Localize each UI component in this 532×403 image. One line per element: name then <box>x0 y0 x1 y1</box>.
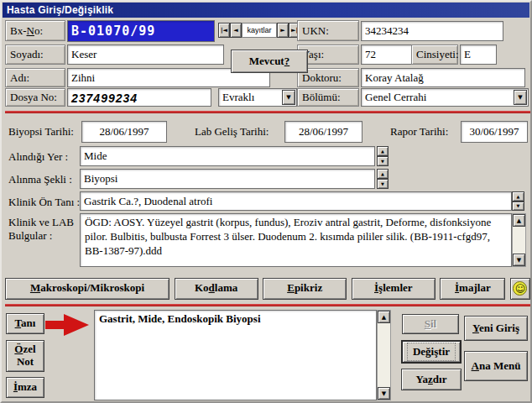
dosya-no-label: Dosya No: <box>5 88 65 107</box>
spinner-down-button[interactable]: ▼ <box>377 156 389 166</box>
doktoru-input[interactable] <box>361 68 525 87</box>
scroll-down-button[interactable]: ▼ <box>513 254 525 266</box>
soyadi-input[interactable] <box>67 44 224 65</box>
alindigi-yer-spinner: ▲ ▼ <box>377 146 389 166</box>
alinma-sekli-input[interactable] <box>80 169 375 189</box>
kodlama-button[interactable]: Kodlama <box>175 278 258 300</box>
imza-button[interactable]: İmza <box>6 377 44 398</box>
spinner-up-button[interactable]: ▲ <box>512 191 524 202</box>
red-separator-bottom <box>5 304 530 306</box>
yazdir-button[interactable]: Yazdır <box>401 369 462 390</box>
nav-next-icon: ► <box>280 27 284 34</box>
alindigi-yer-input[interactable] <box>80 146 375 166</box>
scrollbar-track[interactable] <box>513 227 525 254</box>
nav-next-button[interactable]: ► <box>277 23 289 38</box>
tani-scrollbar[interactable]: ▲ ▼ <box>377 310 391 400</box>
spinner-up-button[interactable]: ▲ <box>377 146 389 156</box>
scroll-down-button[interactable]: ▼ <box>378 387 390 400</box>
spinner-down-button[interactable]: ▼ <box>512 202 524 212</box>
title-bar[interactable]: Hasta Giriş/Değişiklik <box>3 3 529 18</box>
degistir-button[interactable]: Değiştir <box>401 340 462 364</box>
mevcut-button[interactable]: Mevcut? <box>231 50 308 73</box>
bolumu-label: Bölümü: <box>297 88 359 107</box>
cinsiyeti-input[interactable] <box>460 44 497 65</box>
makroskopi-mikroskopi-button[interactable]: Makroskopi/Mikroskopi <box>5 278 170 300</box>
biyopsi-tarihi-label: Biyopsi Tarihi: <box>8 125 74 139</box>
spinner-down-button[interactable]: ▼ <box>377 179 389 189</box>
evrak-dropdown[interactable]: Evraklı ▼ <box>218 88 297 107</box>
dosya-no-input[interactable]: 237499234 <box>67 88 211 107</box>
record-nav: |◄ ◄ kayıtlar ► ►| <box>218 23 300 38</box>
biyopsi-tarihi-input[interactable] <box>81 121 167 143</box>
klinik-on-tani-spinner: ▲ ▼ <box>512 191 524 211</box>
spinner-up-button[interactable]: ▲ <box>377 169 389 179</box>
bulgular-label: Klinik ve LAB Bulgular : <box>8 216 74 243</box>
bx-no-input[interactable]: B-01070/99 <box>67 20 215 42</box>
rapor-tarihi-label: Rapor Tarihi: <box>390 125 448 139</box>
islemler-button[interactable]: İşlemler <box>352 278 436 300</box>
soyadi-label: Soyadı: <box>5 44 65 65</box>
nav-prev-button[interactable]: ◄ <box>230 23 242 38</box>
yasi-input[interactable] <box>361 44 418 65</box>
nav-records-indicator: kayıtlar <box>242 23 277 38</box>
yeni-giris-button[interactable]: Yeni Giriş <box>464 316 528 341</box>
red-separator-top <box>5 111 530 113</box>
tani-button[interactable]: Tanı <box>6 313 44 334</box>
tani-arrow-icon <box>45 314 91 336</box>
alinma-sekli-spinner: ▲ ▼ <box>377 169 389 189</box>
alinma-sekli-label: Alınma Şekli : <box>8 173 72 186</box>
smiley-icon: ☺ <box>513 281 527 296</box>
bx-no-label: Bx-No: <box>5 20 65 41</box>
nav-first-button[interactable]: |◄ <box>218 23 230 38</box>
sil-button: Sil <box>402 314 459 334</box>
dropdown-arrow-icon[interactable]: ▼ <box>514 90 527 105</box>
window: Hasta Giriş/Değişiklik Bx-No: B-01070/99… <box>0 0 532 403</box>
ukn-input[interactable] <box>361 21 503 41</box>
adi-label: Adı: <box>5 68 65 87</box>
bulgular-scrollbar[interactable]: ▲ ▼ <box>512 213 526 267</box>
window-title: Hasta Giriş/Değişiklik <box>7 4 113 16</box>
tani-textarea[interactable]: Gastrit, Mide, Endoskopik Biyopsi <box>94 310 377 400</box>
lab-gelis-tarihi-input[interactable] <box>284 121 362 143</box>
scroll-up-button[interactable]: ▲ <box>513 214 525 227</box>
nav-first-icon: |◄ <box>221 27 227 34</box>
ozel-not-button[interactable]: Özel Not <box>6 340 44 372</box>
nav-prev-icon: ◄ <box>233 27 237 34</box>
dropdown-arrow-icon[interactable]: ▼ <box>282 90 295 105</box>
ukn-label: UKN: <box>297 20 359 41</box>
ana-menu-button[interactable]: Ana Menü <box>464 351 528 381</box>
scrollbar-track[interactable] <box>378 323 390 387</box>
epikriz-button[interactable]: Epikriz <box>263 278 347 300</box>
smiley-button[interactable]: ☺ <box>510 278 530 300</box>
alindigi-yer-label: Alındığı Yer : <box>8 150 68 164</box>
rapor-tarihi-input[interactable] <box>461 121 528 143</box>
klinik-on-tani-label: Klinik Ön Tanı : <box>8 196 80 209</box>
bolumu-dropdown[interactable]: Genel Cerrahi ▼ <box>361 88 529 107</box>
scroll-up-button[interactable]: ▲ <box>378 311 390 323</box>
imajlar-button[interactable]: İmajlar <box>440 278 505 300</box>
klinik-on-tani-input[interactable] <box>80 191 512 211</box>
bulgular-textarea[interactable]: ÖGD: AOSY. Yüzeyel gastrit (korpus, fund… <box>80 213 512 267</box>
lab-gelis-tarihi-label: Lab Geliş Tarihi: <box>195 125 269 139</box>
section-toolbar: Makroskopi/Mikroskopi Kodlama Epikriz İş… <box>5 277 530 300</box>
cinsiyeti-label: Cinsiyeti: <box>411 44 458 65</box>
